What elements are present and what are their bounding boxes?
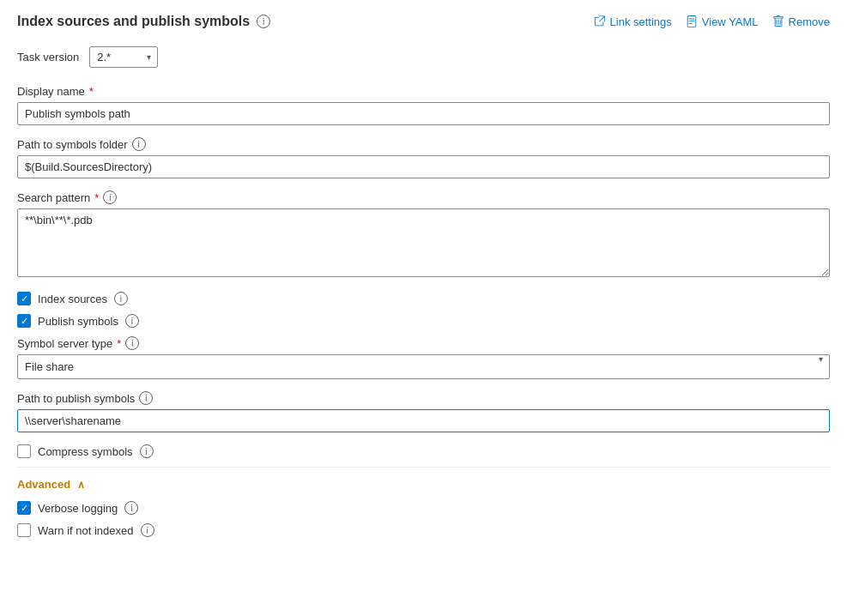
path-publish-symbols-group: Path to publish symbols i \\server\share… (17, 391, 830, 432)
page-title: Index sources and publish symbols (17, 14, 250, 29)
symbol-server-type-select-wrapper: File share Azure Artifacts ▾ (17, 354, 830, 379)
search-pattern-group: Search pattern * i **\bin\**\*.pdb (17, 190, 830, 280)
link-icon (594, 15, 606, 27)
warn-not-indexed-row: ✓ Warn if not indexed i (17, 523, 830, 537)
compress-symbols-label: Compress symbols (38, 445, 133, 458)
display-name-group: Display name * Publish symbols path (17, 85, 830, 125)
advanced-divider (17, 467, 830, 468)
view-yaml-button[interactable]: View YAML (686, 15, 759, 28)
symbol-server-type-label-row: Symbol server type * i (17, 336, 830, 350)
search-pattern-required: * (94, 191, 99, 204)
remove-button[interactable]: Remove (772, 15, 830, 28)
verbose-logging-check: ✓ (21, 504, 28, 513)
publish-symbols-label: Publish symbols (38, 315, 118, 328)
title-info-icon[interactable]: i (257, 15, 270, 28)
symbol-server-type-select[interactable]: File share Azure Artifacts (17, 354, 830, 379)
link-settings-button[interactable]: Link settings (594, 15, 672, 28)
task-version-label: Task version (17, 51, 79, 63)
header-actions: Link settings View YAML Remove (594, 15, 830, 28)
index-sources-info-icon[interactable]: i (114, 292, 128, 305)
yaml-icon (686, 15, 698, 27)
index-sources-checkbox[interactable]: ✓ (17, 292, 31, 305)
symbol-server-type-group: Symbol server type * i File share Azure … (17, 336, 830, 379)
index-sources-check: ✓ (21, 294, 28, 304)
advanced-chevron-icon: ∧ (77, 479, 85, 491)
compress-symbols-info-icon[interactable]: i (140, 444, 154, 458)
path-symbols-label: Path to symbols folder (17, 138, 128, 151)
page-container: Index sources and publish symbols i Link… (0, 0, 847, 616)
search-pattern-label: Search pattern (17, 191, 90, 204)
publish-symbols-checkbox[interactable]: ✓ (17, 314, 31, 328)
index-sources-label: Index sources (38, 293, 107, 305)
compress-symbols-row: ✓ Compress symbols i (17, 444, 830, 458)
search-pattern-info-icon[interactable]: i (103, 190, 117, 204)
symbol-server-type-label: Symbol server type (17, 337, 112, 350)
page-header: Index sources and publish symbols i Link… (17, 14, 830, 29)
verbose-logging-info-icon[interactable]: i (124, 501, 138, 515)
advanced-header[interactable]: Advanced ∧ (17, 478, 830, 491)
remove-label: Remove (789, 15, 830, 28)
path-publish-input[interactable]: \\server\sharename (17, 409, 830, 432)
warn-not-indexed-label: Warn if not indexed (38, 524, 134, 537)
verbose-logging-label: Verbose logging (38, 502, 118, 515)
compress-symbols-checkbox[interactable]: ✓ (17, 444, 31, 458)
advanced-label: Advanced (17, 478, 70, 491)
task-version-select[interactable]: 2.* 1.* (89, 46, 158, 68)
task-version-row: Task version 2.* 1.* ▾ (17, 46, 830, 68)
view-yaml-label: View YAML (702, 15, 759, 28)
path-symbols-label-row: Path to symbols folder i (17, 137, 830, 151)
verbose-logging-row: ✓ Verbose logging i (17, 501, 830, 515)
path-publish-info-icon[interactable]: i (139, 391, 153, 405)
index-sources-row: ✓ Index sources i (17, 292, 830, 305)
symbol-server-type-required: * (117, 337, 121, 350)
path-symbols-info-icon[interactable]: i (132, 137, 146, 151)
warn-not-indexed-info-icon[interactable]: i (141, 523, 154, 537)
symbol-server-type-info-icon[interactable]: i (125, 336, 139, 350)
display-name-label: Display name (17, 85, 85, 98)
path-publish-label-row: Path to publish symbols i (17, 391, 830, 405)
verbose-logging-checkbox[interactable]: ✓ (17, 501, 31, 515)
search-pattern-label-row: Search pattern * i (17, 190, 830, 204)
publish-symbols-info-icon[interactable]: i (125, 314, 139, 328)
path-publish-label: Path to publish symbols (17, 392, 135, 405)
task-version-select-wrapper: 2.* 1.* ▾ (89, 46, 158, 68)
remove-icon (772, 15, 784, 27)
warn-not-indexed-checkbox[interactable]: ✓ (17, 523, 31, 537)
link-settings-label: Link settings (610, 15, 672, 28)
path-symbols-input[interactable]: $(Build.SourcesDirectory) (17, 155, 830, 178)
display-name-input[interactable]: Publish symbols path (17, 102, 830, 125)
display-name-required: * (89, 85, 94, 98)
path-symbols-folder-group: Path to symbols folder i $(Build.Sources… (17, 137, 830, 178)
publish-symbols-check: ✓ (21, 317, 28, 326)
header-left: Index sources and publish symbols i (17, 14, 270, 29)
display-name-label-row: Display name * (17, 85, 830, 98)
publish-symbols-row: ✓ Publish symbols i (17, 314, 830, 328)
search-pattern-textarea[interactable]: **\bin\**\*.pdb (17, 208, 830, 277)
